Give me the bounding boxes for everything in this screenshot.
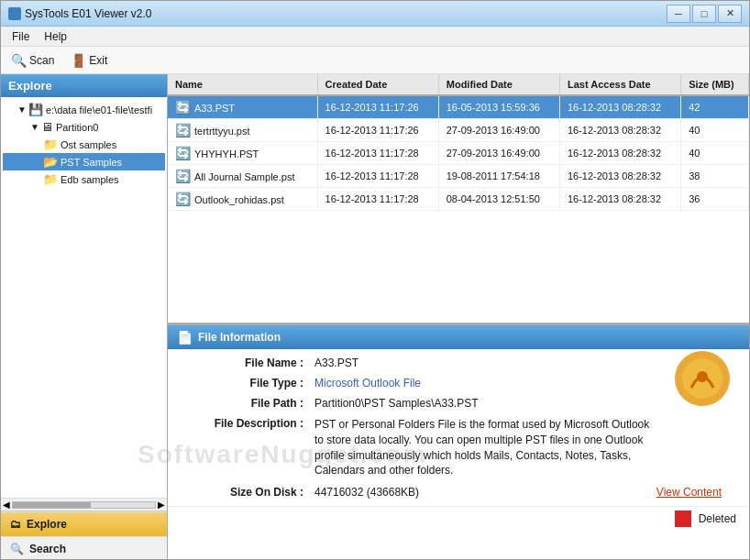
tree-item-partition[interactable]: ▼ 🖥 Partition0	[3, 118, 165, 136]
tree-item-ost[interactable]: 📁 Ost samples	[3, 136, 165, 153]
main-layout: Explore ▼ 💾 e:\data file\e01-file\testfi…	[1, 74, 749, 560]
explore-nav-button[interactable]: 🗂 Explore	[1, 511, 167, 536]
search-nav-label: Search	[29, 543, 66, 555]
col-name: Name	[168, 74, 317, 95]
cell-size: 36	[681, 188, 749, 211]
label-filename: File Name :	[182, 357, 311, 369]
cell-modified: 16-05-2013 15:59:36	[438, 95, 559, 119]
partition-label: Partition0	[56, 122, 98, 133]
scroll-right-btn[interactable]: ▶	[158, 500, 165, 510]
app-title: SysTools E01 Viewer v2.0	[25, 7, 667, 20]
value-filetype: Microsoft Outlook File	[314, 377, 734, 390]
table-row[interactable]: 🔄A33.PST 16-12-2013 11:17:26 16-05-2013 …	[168, 95, 749, 119]
exit-label: Exit	[89, 54, 107, 67]
folder-ost-icon: 📁	[43, 137, 58, 151]
expand-partition[interactable]: ▼	[30, 122, 39, 132]
table-row[interactable]: 🔄Outlook_rohidas.pst 16-12-2013 11:17:28…	[168, 188, 749, 211]
col-accessed: Last Access Date	[559, 74, 680, 95]
cell-size: 38	[681, 165, 749, 188]
expand-drive[interactable]: ▼	[17, 104, 27, 115]
ost-label: Ost samples	[61, 139, 116, 150]
table-row[interactable]: 🔄YHYHYH.PST 16-12-2013 11:17:28 27-09-20…	[168, 142, 749, 165]
file-info-icon: 📄	[177, 330, 193, 345]
cell-accessed: 16-12-2013 08:28:32	[559, 95, 680, 119]
size-value: 44716032 (43668KB)	[314, 486, 419, 499]
value-filename: A33.PST	[314, 357, 734, 369]
sidebar: Explore ▼ 💾 e:\data file\e01-file\testfi…	[1, 74, 168, 560]
file-table-area[interactable]: Name Created Date Modified Date Last Acc…	[168, 74, 749, 324]
cell-size: 40	[681, 142, 749, 165]
window-controls: ─ □ ✕	[667, 5, 742, 23]
cell-size: 40	[681, 119, 749, 142]
exit-icon: 🚪	[71, 53, 86, 68]
cell-size: 42	[681, 95, 749, 119]
file-type-icon: 🔄	[175, 123, 191, 137]
cell-created: 16-12-2013 11:17:28	[317, 165, 438, 188]
cell-modified: 19-08-2011 17:54:18	[438, 165, 559, 188]
close-button[interactable]: ✕	[718, 5, 742, 23]
file-info-panel: 📄 File Information File Name : A33.PST	[168, 324, 749, 560]
cell-name: 🔄All Journal Sample.pst	[168, 165, 317, 188]
menu-file[interactable]: File	[5, 28, 37, 45]
value-size: 44716032 (43668KB) View Content	[314, 486, 734, 499]
cell-created: 16-12-2013 11:17:26	[317, 95, 438, 119]
search-nav-icon: 🔍	[10, 543, 24, 555]
scan-label: Scan	[29, 54, 54, 67]
cell-accessed: 16-12-2013 08:28:32	[559, 188, 680, 211]
maximize-button[interactable]: □	[692, 5, 716, 23]
menu-help[interactable]: Help	[37, 28, 74, 45]
folder-edb-icon: 📁	[43, 172, 58, 186]
tree-item-pst[interactable]: 📂 PST Samples	[3, 153, 165, 170]
table-row[interactable]: 🔄tertrttyyu.pst 16-12-2013 11:17:26 27-0…	[168, 119, 749, 142]
cell-created: 16-12-2013 11:17:26	[317, 119, 438, 142]
tree-item-drive[interactable]: ▼ 💾 e:\data file\e01-file\testfi	[3, 101, 165, 118]
app-logo	[673, 349, 733, 409]
label-filepath: File Path :	[182, 397, 311, 410]
explore-nav-icon: 🗂	[10, 518, 21, 531]
folder-pst-icon: 📂	[43, 155, 58, 169]
file-tree[interactable]: ▼ 💾 e:\data file\e01-file\testfi ▼ 🖥 Par…	[1, 97, 167, 498]
table-header-row: Name Created Date Modified Date Last Acc…	[168, 74, 749, 95]
app-icon	[8, 7, 21, 20]
minimize-button[interactable]: ─	[667, 5, 690, 23]
cell-modified: 27-09-2013 16:49:00	[438, 119, 559, 142]
view-content-link[interactable]: View Content	[656, 486, 722, 499]
tree-item-edb[interactable]: 📁 Edb samples	[3, 170, 165, 188]
cell-created: 16-12-2013 11:17:28	[317, 142, 438, 165]
sidebar-header: Explore	[1, 74, 167, 97]
file-info-title: File Information	[198, 331, 281, 344]
file-type-icon: 🔄	[175, 146, 191, 160]
col-created: Created Date	[317, 74, 438, 95]
scroll-left-btn[interactable]: ◀	[3, 500, 10, 510]
label-description: File Description :	[182, 417, 311, 478]
search-nav-button[interactable]: 🔍 Search	[1, 536, 167, 560]
exit-button[interactable]: 🚪 Exit	[64, 49, 114, 71]
file-type-icon: 🔄	[175, 169, 191, 183]
edb-label: Edb samples	[61, 174, 119, 185]
file-table: Name Created Date Modified Date Last Acc…	[168, 74, 749, 211]
deleted-color-box	[675, 511, 691, 527]
cell-modified: 08-04-2013 12:51:50	[438, 188, 559, 211]
col-modified: Modified Date	[438, 74, 559, 95]
sidebar-hscrollbar[interactable]: ◀ ▶	[1, 498, 167, 511]
cell-accessed: 16-12-2013 08:28:32	[559, 165, 680, 188]
scan-button[interactable]: 🔍 Scan	[5, 49, 61, 71]
deleted-label: Deleted	[699, 512, 736, 525]
table-row[interactable]: 🔄All Journal Sample.pst 16-12-2013 11:17…	[168, 165, 749, 188]
col-size: Size (MB)	[681, 74, 749, 95]
cell-accessed: 16-12-2013 08:28:32	[559, 119, 680, 142]
scroll-thumb[interactable]	[13, 502, 91, 508]
file-info-content: File Name : A33.PST File Type : Microsof…	[168, 349, 749, 531]
scroll-track[interactable]	[12, 501, 156, 509]
label-filetype: File Type :	[182, 377, 311, 390]
drive-label: e:\data file\e01-file\testfi	[46, 104, 152, 115]
file-type-icon: 🔄	[175, 192, 191, 206]
toolbar: 🔍 Scan 🚪 Exit	[1, 47, 749, 74]
svg-point-2	[697, 371, 708, 382]
cell-modified: 27-09-2013 16:49:00	[438, 142, 559, 165]
file-info-body: File Name : A33.PST File Type : Microsof…	[168, 349, 749, 506]
explore-nav-label: Explore	[27, 518, 67, 531]
menubar: File Help	[1, 27, 749, 47]
value-filepath: Partition0\PST Samples\A33.PST	[314, 397, 734, 410]
value-description: PST or Personal Folders File is the form…	[314, 417, 734, 478]
